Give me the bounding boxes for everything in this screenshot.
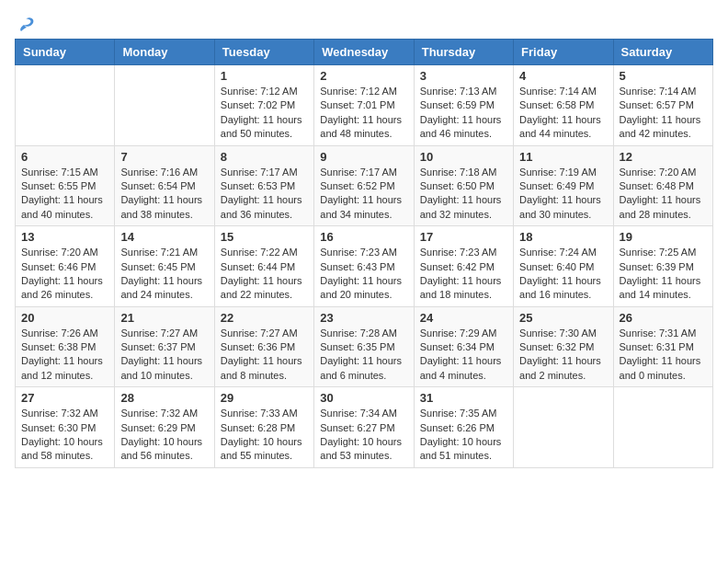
day-info: Sunrise: 7:30 AMSunset: 6:32 PMDaylight:… — [519, 327, 607, 384]
day-info-line: Sunset: 6:53 PM — [221, 180, 295, 191]
day-number: 6 — [21, 150, 108, 164]
calendar-header-row: SundayMondayTuesdayWednesdayThursdayFrid… — [16, 40, 713, 65]
day-number: 9 — [320, 150, 407, 164]
day-info: Sunrise: 7:12 AMSunset: 7:02 PMDaylight:… — [221, 85, 308, 142]
day-info-line: Sunset: 6:44 PM — [221, 261, 295, 272]
calendar-body: 1Sunrise: 7:12 AMSunset: 7:02 PMDaylight… — [16, 65, 713, 468]
calendar-cell — [16, 65, 115, 146]
day-info-line: Sunset: 6:57 PM — [620, 99, 694, 110]
day-info-line: Daylight: 10 hours and 55 minutes. — [221, 436, 302, 461]
day-info-line: Sunset: 7:01 PM — [320, 99, 394, 110]
day-of-week-header: Thursday — [414, 40, 513, 65]
day-info: Sunrise: 7:25 AMSunset: 6:39 PMDaylight:… — [620, 246, 707, 303]
calendar-cell: 1Sunrise: 7:12 AMSunset: 7:02 PMDaylight… — [214, 65, 313, 146]
calendar-cell: 5Sunrise: 7:14 AMSunset: 6:57 PMDaylight… — [613, 65, 712, 146]
day-info: Sunrise: 7:24 AMSunset: 6:40 PMDaylight:… — [519, 246, 607, 303]
calendar-cell: 15Sunrise: 7:22 AMSunset: 6:44 PMDayligh… — [214, 226, 313, 307]
calendar-cell: 7Sunrise: 7:16 AMSunset: 6:54 PMDaylight… — [115, 145, 214, 226]
day-info-line: Daylight: 11 hours and 0 minutes. — [620, 355, 701, 380]
day-info-line: Sunset: 6:36 PM — [221, 341, 295, 352]
day-info-line: Daylight: 11 hours and 30 minutes. — [519, 194, 601, 219]
day-info-line: Daylight: 11 hours and 20 minutes. — [320, 275, 402, 300]
day-info-line: Daylight: 11 hours and 42 minutes. — [620, 114, 701, 139]
day-info-line: Sunrise: 7:25 AM — [620, 247, 697, 258]
calendar-cell: 14Sunrise: 7:21 AMSunset: 6:45 PMDayligh… — [115, 226, 214, 307]
day-info: Sunrise: 7:26 AMSunset: 6:38 PMDaylight:… — [21, 327, 108, 384]
day-info-line: Sunset: 6:49 PM — [519, 180, 594, 191]
logo — [15, 15, 37, 31]
day-of-week-header: Tuesday — [214, 40, 313, 65]
day-number: 30 — [320, 391, 407, 405]
calendar-cell — [514, 387, 613, 468]
day-info-line: Sunset: 6:27 PM — [320, 422, 394, 433]
day-of-week-header: Friday — [514, 40, 613, 65]
day-number: 13 — [21, 230, 108, 244]
day-info-line: Daylight: 11 hours and 38 minutes. — [120, 194, 202, 219]
calendar-cell: 17Sunrise: 7:23 AMSunset: 6:42 PMDayligh… — [414, 226, 513, 307]
day-number: 10 — [420, 150, 507, 164]
day-number: 15 — [221, 230, 308, 244]
day-number: 12 — [620, 150, 707, 164]
page-header — [15, 15, 713, 31]
calendar-cell: 4Sunrise: 7:14 AMSunset: 6:58 PMDaylight… — [514, 65, 613, 146]
day-info-line: Sunset: 6:29 PM — [120, 422, 195, 433]
calendar-cell: 27Sunrise: 7:32 AMSunset: 6:30 PMDayligh… — [16, 387, 115, 468]
day-info: Sunrise: 7:23 AMSunset: 6:43 PMDaylight:… — [320, 246, 407, 303]
day-of-week-header: Wednesday — [314, 40, 414, 65]
day-info-line: Sunset: 6:50 PM — [420, 180, 495, 191]
day-info-line: Daylight: 11 hours and 16 minutes. — [519, 275, 601, 300]
day-info-line: Sunrise: 7:15 AM — [21, 167, 98, 178]
day-info-line: Sunrise: 7:21 AM — [120, 247, 198, 258]
calendar-week-row: 1Sunrise: 7:12 AMSunset: 7:02 PMDaylight… — [16, 65, 713, 146]
day-info-line: Daylight: 11 hours and 2 minutes. — [519, 355, 601, 380]
calendar-cell: 21Sunrise: 7:27 AMSunset: 6:37 PMDayligh… — [115, 306, 214, 387]
day-info-line: Sunset: 7:02 PM — [221, 99, 295, 110]
calendar-cell — [613, 387, 712, 468]
day-info-line: Daylight: 11 hours and 50 minutes. — [221, 114, 302, 139]
day-info-line: Daylight: 11 hours and 4 minutes. — [420, 355, 502, 380]
day-number: 11 — [519, 150, 607, 164]
day-info-line: Daylight: 11 hours and 18 minutes. — [420, 275, 502, 300]
day-info-line: Sunrise: 7:34 AM — [320, 408, 397, 419]
day-info-line: Sunrise: 7:23 AM — [420, 247, 497, 258]
day-info: Sunrise: 7:27 AMSunset: 6:36 PMDaylight:… — [221, 327, 308, 384]
day-info: Sunrise: 7:20 AMSunset: 6:48 PMDaylight:… — [620, 166, 707, 223]
day-info: Sunrise: 7:14 AMSunset: 6:57 PMDaylight:… — [620, 85, 707, 142]
day-info-line: Sunrise: 7:32 AM — [120, 408, 198, 419]
day-info-line: Sunset: 6:43 PM — [320, 261, 394, 272]
day-info-line: Sunrise: 7:22 AM — [221, 247, 298, 258]
day-info-line: Sunrise: 7:33 AM — [221, 408, 298, 419]
day-info-line: Daylight: 11 hours and 26 minutes. — [21, 275, 103, 300]
day-info: Sunrise: 7:13 AMSunset: 6:59 PMDaylight:… — [420, 85, 507, 142]
day-info: Sunrise: 7:15 AMSunset: 6:55 PMDaylight:… — [21, 166, 108, 223]
day-number: 25 — [519, 311, 607, 325]
calendar-cell: 31Sunrise: 7:35 AMSunset: 6:26 PMDayligh… — [414, 387, 513, 468]
day-info: Sunrise: 7:17 AMSunset: 6:52 PMDaylight:… — [320, 166, 407, 223]
day-info-line: Sunrise: 7:14 AM — [620, 86, 697, 97]
calendar-cell — [115, 65, 214, 146]
day-number: 31 — [420, 391, 507, 405]
day-of-week-header: Saturday — [613, 40, 712, 65]
calendar-week-row: 20Sunrise: 7:26 AMSunset: 6:38 PMDayligh… — [16, 306, 713, 387]
day-number: 23 — [320, 311, 407, 325]
day-number: 2 — [320, 69, 407, 83]
day-number: 14 — [120, 230, 208, 244]
calendar-week-row: 6Sunrise: 7:15 AMSunset: 6:55 PMDaylight… — [16, 145, 713, 226]
calendar-week-row: 27Sunrise: 7:32 AMSunset: 6:30 PMDayligh… — [16, 387, 713, 468]
day-info-line: Sunrise: 7:26 AM — [21, 327, 98, 339]
day-number: 4 — [519, 69, 607, 83]
day-info: Sunrise: 7:28 AMSunset: 6:35 PMDaylight:… — [320, 327, 407, 384]
day-info-line: Daylight: 11 hours and 28 minutes. — [620, 194, 701, 219]
day-info: Sunrise: 7:21 AMSunset: 6:45 PMDaylight:… — [120, 246, 208, 303]
day-info-line: Sunrise: 7:12 AM — [221, 86, 298, 97]
day-info-line: Sunset: 6:38 PM — [21, 341, 96, 352]
calendar-cell: 6Sunrise: 7:15 AMSunset: 6:55 PMDaylight… — [16, 145, 115, 226]
day-info-line: Sunrise: 7:27 AM — [120, 327, 198, 339]
day-info-line: Sunrise: 7:20 AM — [21, 247, 98, 258]
day-info: Sunrise: 7:19 AMSunset: 6:49 PMDaylight:… — [519, 166, 607, 223]
calendar-cell: 12Sunrise: 7:20 AMSunset: 6:48 PMDayligh… — [613, 145, 712, 226]
day-info: Sunrise: 7:32 AMSunset: 6:29 PMDaylight:… — [120, 407, 208, 464]
day-info-line: Sunset: 6:54 PM — [120, 180, 195, 191]
calendar-cell: 10Sunrise: 7:18 AMSunset: 6:50 PMDayligh… — [414, 145, 513, 226]
day-info-line: Sunrise: 7:32 AM — [21, 408, 98, 419]
